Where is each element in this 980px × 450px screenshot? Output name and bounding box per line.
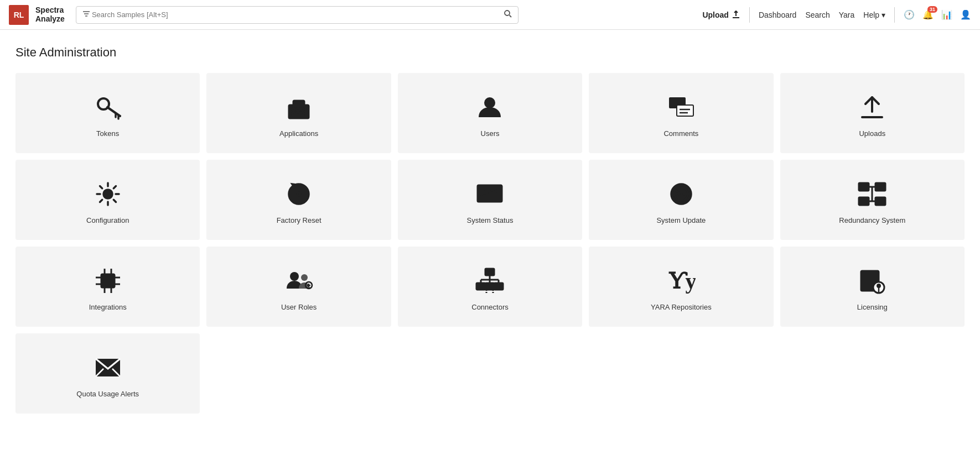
system-update-label: System Update [656,216,706,224]
messages-icon[interactable]: 📊 [941,9,952,20]
system-status-icon [475,180,504,208]
integrations-label: Integrations [89,303,127,311]
user-roles-icon [284,266,313,295]
svg-rect-54 [485,269,494,275]
header-divider-2 [894,7,895,23]
svg-point-32 [679,192,683,196]
card-licensing[interactable]: Licensing [780,247,965,327]
uploads-label: Uploads [859,129,885,138]
uploads-icon [858,93,886,122]
system-update-icon [667,180,696,208]
header-divider [749,7,750,23]
header: RL Spectra Analyze Upload [0,0,980,30]
svg-rect-12 [292,108,295,111]
svg-rect-11 [289,105,309,118]
search-input[interactable] [92,11,502,19]
svg-rect-60 [476,283,485,290]
card-user-roles[interactable]: User Roles [206,247,391,327]
applications-icon [284,93,313,122]
connectors-icon [475,266,504,295]
header-icons: 🕐 🔔 31 📊 👤 [904,9,971,20]
notification-badge: 31 [927,6,937,13]
svg-rect-61 [485,283,494,290]
admin-grid: Tokens Applications Users Comments Uploa… [15,73,965,414]
card-applications[interactable]: Applications [206,73,391,153]
redundancy-system-icon [858,180,886,208]
upload-button[interactable]: Upload [702,11,740,19]
svg-text:Ƴy: Ƴy [668,269,696,294]
logo-text: Spectra Analyze [35,6,65,23]
svg-rect-35 [875,183,885,191]
svg-rect-14 [301,108,304,111]
card-users[interactable]: Users [398,73,582,153]
configuration-icon [94,180,122,208]
svg-rect-20 [677,105,693,116]
filter-icon[interactable] [81,8,92,21]
card-configuration[interactable]: Configuration [15,160,200,240]
svg-point-24 [103,190,112,198]
yara-repositories-label: YARA Repositories [651,303,712,311]
comments-icon [667,93,696,122]
card-connectors[interactable]: Connectors [398,247,582,327]
svg-rect-15 [292,113,295,115]
svg-point-49 [290,272,299,281]
svg-rect-33 [859,183,869,191]
svg-rect-36 [875,197,885,205]
card-tokens[interactable]: Tokens [15,73,200,153]
user-icon[interactable]: 👤 [960,9,971,20]
quota-usage-alerts-icon [94,353,122,382]
quota-usage-alerts-label: Quota Usage Alerts [76,390,139,398]
search-icon[interactable] [502,8,514,21]
nav-yara[interactable]: Yara [839,11,855,19]
nav-search[interactable]: Search [805,11,829,19]
tokens-icon [94,93,122,122]
licensing-icon [858,266,886,295]
header-right: Upload Dashboard Search Yara Help ▾ 🕐 🔔 … [702,7,971,23]
clock-icon[interactable]: 🕐 [904,9,915,20]
card-factory-reset[interactable]: Factory Reset [206,160,391,240]
svg-rect-17 [301,113,304,115]
comments-label: Comments [663,129,698,138]
nav-help[interactable]: Help ▾ [863,11,885,19]
card-system-status[interactable]: System Status [398,160,582,240]
card-uploads[interactable]: Uploads [780,73,965,153]
nav-dashboard[interactable]: Dashboard [759,11,797,19]
card-comments[interactable]: Comments [589,73,773,153]
svg-rect-34 [859,197,869,205]
svg-point-18 [484,97,495,108]
integrations-icon [94,266,122,295]
page-title: Site Administration [15,45,965,60]
main-content: Site Administration Tokens Applications … [0,30,980,429]
connectors-label: Connectors [471,303,508,311]
svg-rect-62 [494,283,503,290]
users-label: Users [481,129,500,138]
svg-point-3 [505,11,510,15]
search-container [76,6,518,24]
yara-repositories-icon: Ƴy [667,266,696,295]
logo-icon: RL [9,5,29,25]
configuration-label: Configuration [86,216,129,224]
licensing-label: Licensing [857,303,888,311]
factory-reset-icon [284,180,313,208]
users-icon [475,93,504,122]
user-roles-label: User Roles [281,303,317,311]
redundancy-system-label: Redundancy System [839,216,905,224]
card-system-update[interactable]: System Update [589,160,773,240]
svg-rect-13 [297,108,299,111]
applications-label: Applications [279,129,318,138]
notification-icon[interactable]: 🔔 31 [922,9,934,20]
svg-point-50 [301,274,308,281]
svg-point-27 [298,193,300,196]
card-yara-repositories[interactable]: Ƴy YARA Repositories [589,247,773,327]
svg-rect-40 [101,274,115,287]
card-integrations[interactable]: Integrations [15,247,200,327]
tokens-label: Tokens [96,129,119,138]
card-redundancy-system[interactable]: Redundancy System [780,160,965,240]
svg-line-4 [509,15,511,18]
system-status-label: System Status [467,216,514,224]
factory-reset-label: Factory Reset [277,216,322,224]
card-quota-usage-alerts[interactable]: Quota Usage Alerts [15,333,200,414]
svg-rect-16 [297,113,299,115]
